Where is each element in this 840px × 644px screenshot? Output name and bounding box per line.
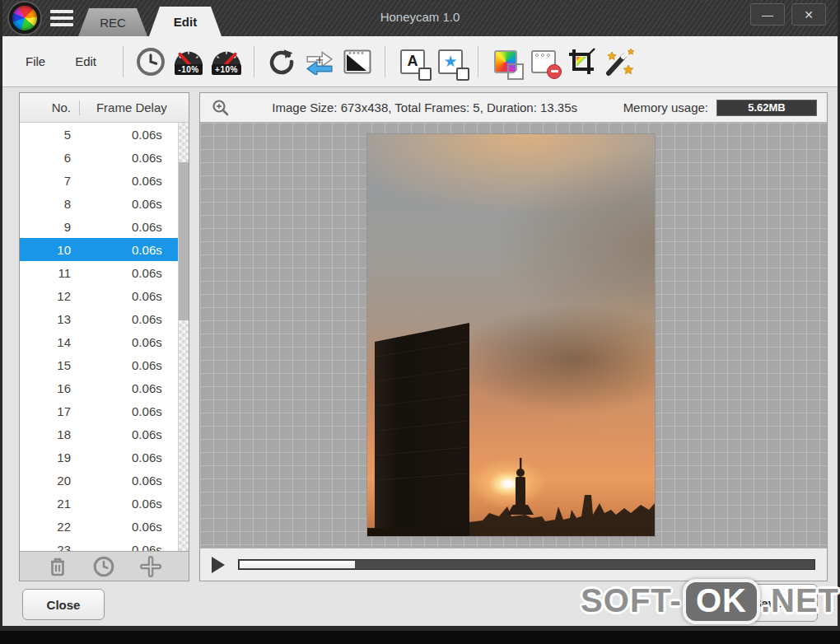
table-row[interactable]: 200.06s bbox=[20, 469, 189, 492]
plus-icon bbox=[140, 556, 161, 577]
magnifier-plus-icon bbox=[212, 99, 230, 117]
table-row[interactable]: 180.06s bbox=[20, 422, 189, 446]
table-row[interactable]: 160.06s bbox=[20, 376, 189, 399]
text-a-icon: A bbox=[408, 53, 418, 70]
tab-rec[interactable]: REC bbox=[78, 8, 147, 36]
add-text-button[interactable]: A bbox=[394, 43, 432, 81]
mode-tabs: REC Edit bbox=[78, 7, 223, 36]
crop-button[interactable] bbox=[562, 43, 600, 81]
clock-icon bbox=[136, 47, 166, 77]
main-content: No. Frame Delay 50.06s60.06s70.06s80.06s… bbox=[2, 87, 838, 581]
table-row[interactable]: 110.06s bbox=[20, 261, 189, 284]
table-row[interactable]: 70.06s bbox=[20, 169, 189, 192]
close-window-button[interactable]: ✕ bbox=[791, 3, 826, 26]
speedometer-minus-icon bbox=[172, 49, 205, 66]
table-row[interactable]: 170.06s bbox=[20, 399, 189, 422]
magic-wand-icon bbox=[604, 47, 635, 77]
menu-file[interactable]: File bbox=[14, 48, 57, 75]
trash-icon bbox=[48, 556, 68, 577]
column-frame-delay: Frame Delay bbox=[86, 100, 189, 114]
memory-usage-value: 5.62MB bbox=[716, 100, 817, 116]
table-row[interactable]: 140.06s bbox=[20, 330, 189, 353]
toolbar: File Edit -10% +10% bbox=[2, 36, 838, 87]
rotate-icon bbox=[268, 49, 295, 75]
table-row[interactable]: 220.06s bbox=[20, 515, 189, 538]
image-info-text: Image Size: 673x438, Total Frames: 5, Du… bbox=[231, 100, 618, 114]
photo-silhouettes bbox=[367, 134, 655, 536]
table-row[interactable]: 230.06s bbox=[20, 538, 189, 551]
minus-badge-icon bbox=[547, 64, 562, 79]
frame-list-panel: No. Frame Delay 50.06s60.06s70.06s80.06s… bbox=[19, 92, 189, 581]
rotate-button[interactable] bbox=[263, 43, 301, 81]
minimize-button[interactable]: — bbox=[750, 3, 785, 26]
close-button[interactable]: Close bbox=[22, 589, 105, 620]
play-button[interactable] bbox=[212, 557, 225, 573]
progress-fill bbox=[240, 561, 355, 568]
table-row[interactable]: 80.06s bbox=[20, 192, 189, 215]
invert-colors-button[interactable] bbox=[338, 43, 376, 81]
invert-icon bbox=[343, 49, 371, 74]
memory-usage-label: Memory usage: bbox=[623, 100, 708, 114]
scrollbar-thumb[interactable] bbox=[179, 162, 189, 320]
add-sticker-button[interactable]: ★ bbox=[432, 43, 469, 81]
reverse-frames-button[interactable] bbox=[301, 43, 338, 81]
set-delay-button[interactable] bbox=[91, 556, 116, 577]
frame-table-header: No. Frame Delay bbox=[20, 93, 189, 123]
app-window: REC Edit Honeycam 1.0 — ✕ File Edit -10% bbox=[0, 0, 840, 631]
star-icon: ★ bbox=[444, 54, 458, 69]
hamburger-menu-icon[interactable] bbox=[50, 10, 73, 26]
table-row[interactable]: 120.06s bbox=[20, 284, 189, 307]
playback-bar bbox=[200, 548, 827, 581]
tab-edit[interactable]: Edit bbox=[149, 7, 222, 36]
table-row[interactable]: 60.06s bbox=[20, 146, 189, 169]
resize-button[interactable] bbox=[487, 43, 525, 81]
frame-delay-button[interactable] bbox=[132, 43, 170, 81]
separator bbox=[478, 46, 478, 77]
column-no: No. bbox=[20, 100, 71, 114]
clock-small-icon bbox=[93, 556, 114, 577]
menu-edit[interactable]: Edit bbox=[63, 48, 108, 75]
table-row[interactable]: 130.06s bbox=[20, 307, 189, 330]
remove-frames-button[interactable] bbox=[525, 43, 562, 81]
table-row[interactable]: 190.06s bbox=[20, 446, 189, 469]
frame-preview-image bbox=[367, 134, 655, 536]
titlebar: REC Edit Honeycam 1.0 — ✕ bbox=[2, 0, 838, 36]
frame-table-body: 50.06s60.06s70.06s80.06s90.06s100.06s110… bbox=[20, 123, 189, 551]
table-row[interactable]: 50.06s bbox=[20, 123, 189, 146]
table-row[interactable]: 100.06s bbox=[20, 238, 189, 261]
scrollbar-track[interactable] bbox=[178, 123, 189, 551]
info-bar: Image Size: 673x438, Total Frames: 5, Du… bbox=[200, 93, 827, 123]
delete-frame-button[interactable] bbox=[45, 556, 70, 577]
separator bbox=[254, 46, 254, 77]
preview-panel: Image Size: 673x438, Total Frames: 5, Du… bbox=[199, 92, 828, 581]
zoom-button[interactable] bbox=[210, 97, 231, 119]
remove-frame-icon bbox=[531, 50, 556, 73]
separator bbox=[385, 46, 385, 77]
table-row[interactable]: 150.06s bbox=[20, 353, 189, 376]
crop-icon bbox=[567, 48, 595, 76]
table-row[interactable]: 90.06s bbox=[20, 215, 189, 238]
resize-icon bbox=[494, 50, 517, 73]
add-frame-button[interactable] bbox=[138, 556, 163, 577]
watermark: SOFT-OK.NET bbox=[581, 579, 839, 624]
speed-down-button[interactable]: -10% bbox=[170, 43, 208, 81]
frame-actions-bar bbox=[20, 551, 189, 581]
preview-canvas bbox=[200, 123, 827, 548]
speedometer-plus-icon bbox=[210, 49, 243, 66]
speed-up-button[interactable]: +10% bbox=[208, 43, 245, 81]
effects-button[interactable] bbox=[600, 43, 638, 81]
reverse-arrows-icon bbox=[305, 49, 334, 75]
table-row[interactable]: 210.06s bbox=[20, 492, 189, 515]
progress-track[interactable] bbox=[238, 559, 815, 570]
app-logo-icon[interactable] bbox=[9, 2, 40, 34]
separator bbox=[123, 46, 124, 77]
